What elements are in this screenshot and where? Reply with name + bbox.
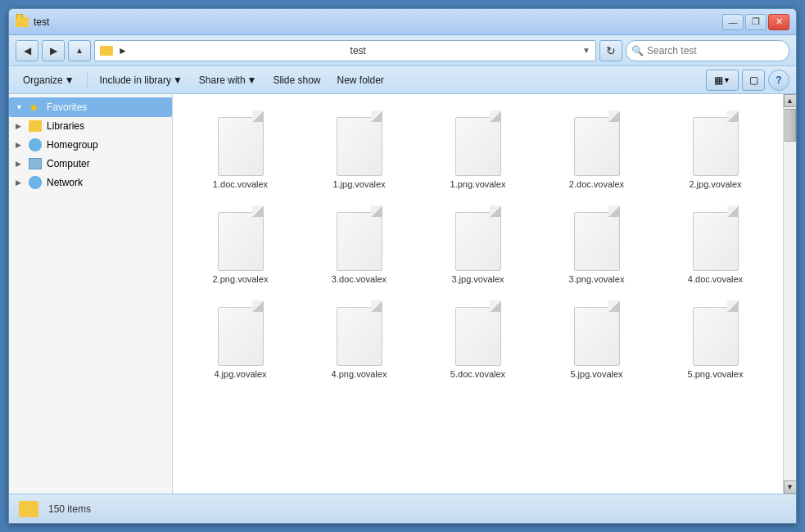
search-input[interactable] (647, 45, 784, 56)
sidebar-item-network[interactable]: ▶ Network (9, 173, 172, 192)
path-folder-icon (100, 46, 113, 56)
file-label: 4.jpg.vovalex (214, 369, 266, 379)
file-item[interactable]: 5.doc.vovalex (420, 294, 536, 385)
help-icon: ? (776, 74, 781, 86)
computer-icon (29, 158, 42, 169)
file-item[interactable]: 4.jpg.vovalex (183, 294, 298, 385)
file-item[interactable]: 3.doc.vovalex (301, 199, 417, 291)
view-dropdown-arrow: ▼ (723, 76, 730, 84)
address-dropdown-arrow[interactable]: ▼ (582, 46, 590, 55)
up-button[interactable]: ▲ (68, 40, 91, 61)
window-title: test (34, 16, 722, 28)
view-grid-icon: ▦ (714, 74, 723, 86)
file-icon-fold (608, 205, 620, 217)
file-icon-fold (490, 110, 501, 122)
toolbar-right: ▦ ▼ ▢ ? (706, 70, 789, 91)
sidebar-item-homegroup[interactable]: ▶ Homegroup (9, 135, 172, 155)
file-icon-body (218, 307, 264, 366)
address-box[interactable]: ► test ▼ (94, 40, 596, 61)
file-icon (215, 205, 267, 271)
search-box[interactable]: 🔍 (626, 40, 789, 61)
file-item[interactable]: 5.png.vovalex (658, 294, 773, 385)
file-item[interactable]: 2.jpg.vovalex (658, 104, 773, 196)
file-icon (215, 110, 267, 176)
close-button[interactable]: ✕ (768, 14, 789, 30)
share-arrow: ▼ (247, 74, 257, 86)
scrollbar-track: ▲ ▼ (783, 94, 796, 494)
file-icon (333, 300, 386, 366)
back-button[interactable]: ◀ (16, 40, 38, 61)
file-icon-fold (252, 205, 264, 217)
file-label: 3.jpg.vovalex (451, 274, 504, 284)
sidebar-item-computer[interactable]: ▶ Computer (9, 155, 172, 173)
include-arrow: ▼ (173, 74, 183, 86)
file-item[interactable]: 4.png.vovalex (301, 294, 417, 385)
file-icon-fold (490, 205, 501, 217)
new-folder-button[interactable]: New folder (329, 70, 391, 91)
file-item[interactable]: 1.doc.vovalex (183, 104, 298, 196)
libraries-icon (29, 120, 42, 132)
scroll-down-button[interactable]: ▼ (784, 480, 797, 494)
include-library-button[interactable]: Include in library ▼ (93, 70, 190, 91)
minimize-button[interactable]: — (722, 14, 744, 30)
forward-icon: ▶ (50, 45, 57, 56)
file-label: 1.jpg.vovalex (332, 179, 385, 189)
file-label: 4.png.vovalex (332, 369, 387, 379)
file-icon-body (218, 117, 264, 176)
file-item[interactable]: 3.jpg.vovalex (420, 199, 536, 291)
toolbar-separator-1 (87, 72, 88, 88)
toolbar: Organize ▼ Include in library ▼ Share wi… (9, 66, 796, 94)
file-label: 3.png.vovalex (569, 274, 625, 284)
file-grid-container[interactable]: 1.doc.vovalex 1.jpg.vovalex 1.png.vovale… (173, 94, 783, 494)
sidebar-item-libraries[interactable]: ▶ Libraries (9, 117, 172, 135)
restore-button[interactable]: ❐ (745, 14, 767, 30)
file-icon-fold (608, 300, 620, 312)
file-icon-body (455, 212, 501, 271)
file-icon-body (455, 307, 501, 366)
scroll-up-button[interactable]: ▲ (784, 94, 797, 107)
organize-button[interactable]: Organize ▼ (16, 70, 82, 91)
forward-button[interactable]: ▶ (42, 40, 65, 61)
file-icon (690, 110, 742, 176)
file-item[interactable]: 1.png.vovalex (420, 104, 536, 196)
file-icon-fold (371, 205, 382, 217)
status-bar: 150 items (9, 494, 796, 523)
file-item[interactable]: 1.jpg.vovalex (301, 104, 417, 196)
file-icon-body (693, 307, 739, 366)
address-bar: ◀ ▶ ▲ ► test ▼ ↻ 🔍 (9, 35, 796, 66)
file-item[interactable]: 3.png.vovalex (539, 199, 654, 291)
file-icon (452, 205, 504, 271)
file-icon-body (693, 117, 739, 176)
file-icon (452, 300, 504, 366)
refresh-button[interactable]: ↻ (599, 40, 622, 61)
file-item[interactable]: 5.jpg.vovalex (539, 294, 654, 385)
file-item[interactable]: 4.doc.vovalex (658, 199, 773, 291)
file-icon-body (693, 212, 739, 271)
file-icon (571, 110, 623, 176)
file-label: 2.jpg.vovalex (689, 179, 741, 189)
main-content: ▼ ★ Favorites ▶ Libraries ▶ Homegroup ▶ … (9, 94, 796, 494)
slideshow-button[interactable]: Slide show (265, 70, 328, 91)
refresh-icon: ↻ (606, 44, 616, 57)
back-icon: ◀ (24, 45, 31, 56)
file-icon-fold (371, 300, 382, 312)
address-path: ► (118, 45, 346, 56)
sidebar-item-favorites[interactable]: ▼ ★ Favorites (9, 97, 172, 117)
file-icon-fold (608, 110, 620, 122)
file-icon-fold (727, 300, 739, 312)
file-item[interactable]: 2.doc.vovalex (539, 104, 654, 196)
favorites-icon: ★ (29, 101, 42, 114)
file-icon (690, 300, 742, 366)
window-icon (16, 16, 29, 29)
file-icon-body (337, 212, 382, 271)
file-label: 2.doc.vovalex (569, 179, 624, 189)
file-item[interactable]: 2.png.vovalex (183, 199, 298, 291)
share-with-button[interactable]: Share with ▼ (192, 70, 265, 91)
scroll-thumb[interactable] (785, 109, 796, 142)
search-icon: 🔍 (631, 45, 644, 56)
preview-pane-button[interactable]: ▢ (742, 70, 765, 91)
help-button[interactable]: ? (768, 70, 789, 91)
file-icon-fold (490, 300, 501, 312)
file-label: 3.doc.vovalex (332, 274, 387, 284)
view-mode-button[interactable]: ▦ ▼ (706, 70, 739, 91)
